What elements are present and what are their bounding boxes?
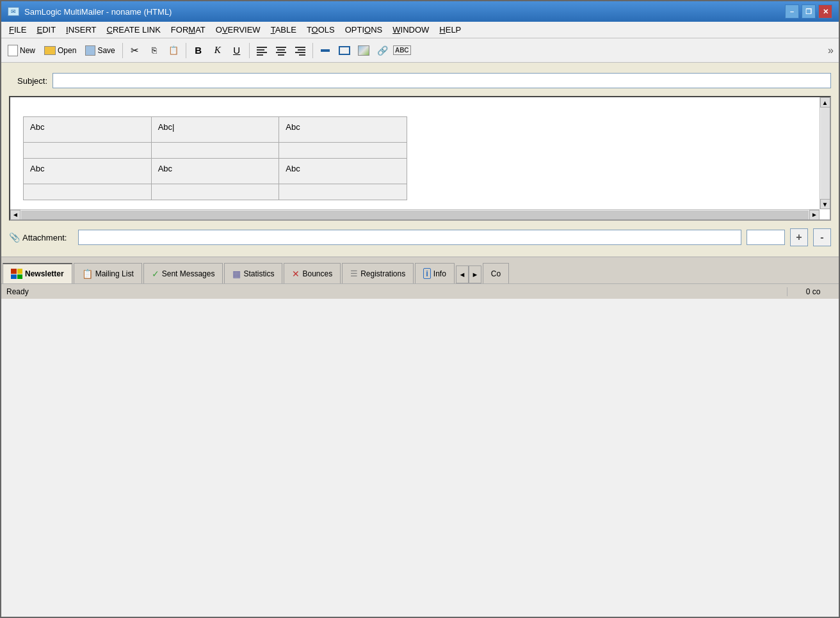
underline-icon: U (233, 45, 240, 56)
tab-statistics[interactable]: ▦ Statistics (224, 263, 282, 283)
image-button[interactable] (355, 42, 373, 59)
rect-button[interactable] (335, 42, 353, 59)
attachment-add-button[interactable]: + (790, 228, 808, 246)
rect-icon (339, 46, 350, 55)
menu-edit[interactable]: EDIT (31, 23, 61, 36)
table-cell[interactable] (151, 143, 279, 159)
tab-newsletter[interactable]: Newsletter (3, 263, 72, 283)
italic-button[interactable]: K (209, 42, 227, 59)
info-icon: i (423, 268, 431, 279)
tab-mailing-list[interactable]: 📋 Mailing List (74, 263, 142, 283)
info-tab-label: Info (433, 269, 446, 278)
tab-registrations[interactable]: ☰ Registrations (342, 263, 414, 283)
attachment-label-text: Attachment: (22, 233, 67, 242)
copy-icon: ⎘ (152, 45, 157, 55)
table-cell[interactable]: Abc (151, 159, 279, 184)
align-center-icon (275, 45, 287, 56)
tab-sent-messages[interactable]: ✓ Sent Messages (143, 263, 223, 283)
editor-container[interactable]: Abc Abc| Abc Abc Abc Abc (9, 96, 831, 221)
co-tab-label: Co (491, 269, 501, 278)
copy-button[interactable]: ⎘ (145, 42, 163, 59)
editor-horizontal-scrollbar[interactable]: ◄ ► (10, 209, 820, 219)
align-right-button[interactable] (291, 42, 309, 59)
menu-window[interactable]: WINDOW (387, 23, 434, 36)
subject-row: Subject: (9, 70, 831, 91)
menu-bar: FILE EDIT INSERT CREATE LINK FORMAT OVER… (1, 22, 839, 38)
menu-tools[interactable]: TOOLS (302, 23, 340, 36)
svg-rect-7 (278, 54, 284, 56)
editor-table[interactable]: Abc Abc| Abc Abc Abc Abc (23, 116, 407, 200)
hr-button[interactable] (316, 42, 334, 59)
minimize-button[interactable]: – (785, 4, 799, 19)
attachment-remove-button[interactable]: - (813, 228, 831, 246)
newsletter-tab-label: Newsletter (25, 269, 64, 278)
table-row (24, 143, 407, 159)
scroll-left-arrow[interactable]: ◄ (10, 210, 20, 220)
spellcheck-button[interactable]: ABC (393, 42, 411, 59)
editor-inner[interactable]: Abc Abc| Abc Abc Abc Abc (10, 97, 830, 219)
svg-rect-3 (257, 54, 263, 56)
restore-button[interactable]: ❐ (802, 4, 816, 19)
content-area: Subject: Abc Abc| Abc Abc Abc Abc (1, 63, 839, 257)
subject-input[interactable] (52, 73, 831, 88)
menu-overview[interactable]: OVERVIEW (211, 23, 266, 36)
image-icon (358, 45, 369, 56)
cut-button[interactable]: ✂ (126, 42, 144, 59)
underline-button[interactable]: U (228, 42, 246, 59)
table-row: Abc Abc Abc (24, 159, 407, 184)
title-bar-left: ✉ SamLogic MultiMailer - noname (HTML) (8, 7, 172, 17)
menu-file[interactable]: FILE (4, 23, 31, 36)
tab-co[interactable]: Co (483, 263, 509, 283)
table-cell[interactable] (24, 184, 152, 200)
table-cell[interactable] (279, 143, 407, 159)
bounces-tab-label: Bounces (302, 269, 332, 278)
table-cell[interactable] (151, 184, 279, 200)
scroll-right-arrow[interactable]: ► (809, 210, 820, 220)
bold-button[interactable]: B (190, 42, 207, 59)
tab-info[interactable]: i Info (415, 263, 455, 283)
open-icon (44, 46, 56, 55)
new-button[interactable]: New (4, 42, 39, 59)
open-button[interactable]: Open (40, 42, 80, 59)
table-cell[interactable]: Abc (279, 159, 407, 184)
align-left-button[interactable] (253, 42, 271, 59)
italic-icon: K (214, 45, 221, 56)
paste-button[interactable]: 📋 (165, 42, 182, 59)
open-label: Open (58, 46, 76, 55)
table-cell[interactable]: Abc| (151, 117, 279, 143)
editor-vertical-scrollbar[interactable]: ▲ ▼ (820, 97, 830, 209)
svg-rect-6 (276, 52, 286, 53)
attachment-input[interactable] (78, 230, 741, 245)
svg-rect-9 (298, 49, 305, 51)
toolbar: New Open Save ✂ ⎘ 📋 B K U (1, 38, 839, 63)
link-button[interactable]: 🔗 (374, 42, 392, 59)
save-button[interactable]: Save (81, 42, 118, 59)
scroll-down-arrow[interactable]: ▼ (820, 199, 830, 209)
table-cell[interactable]: Abc (24, 117, 152, 143)
table-cell[interactable] (24, 143, 152, 159)
sent-messages-tab-label: Sent Messages (162, 269, 215, 278)
tab-bounces[interactable]: ✕ Bounces (284, 263, 341, 283)
tab-scroll-left[interactable]: ◄ (456, 265, 469, 283)
menu-table[interactable]: TABLE (266, 23, 302, 36)
table-cell[interactable] (279, 184, 407, 200)
menu-format[interactable]: FORMAT (166, 23, 211, 36)
menu-insert[interactable]: INSERT (61, 23, 101, 36)
scroll-track-vertical[interactable] (821, 107, 830, 199)
scroll-track-horizontal[interactable] (21, 210, 809, 219)
attachment-icon: 📎 (9, 232, 20, 242)
align-left-icon (256, 45, 268, 56)
hr-icon (321, 49, 330, 52)
toolbar-more[interactable]: » (825, 44, 836, 58)
menu-create-link[interactable]: CREATE LINK (102, 23, 166, 36)
tab-scroll-right[interactable]: ► (469, 265, 481, 283)
align-center-button[interactable] (272, 42, 290, 59)
scroll-up-arrow[interactable]: ▲ (820, 97, 830, 107)
svg-rect-8 (295, 47, 305, 48)
link-icon: 🔗 (377, 45, 388, 56)
table-cell[interactable]: Abc (24, 159, 152, 184)
table-cell[interactable]: Abc (279, 117, 407, 143)
menu-help[interactable]: HELP (434, 23, 466, 36)
close-button[interactable]: ✕ (818, 4, 832, 19)
menu-options[interactable]: OPTIONS (340, 23, 388, 36)
